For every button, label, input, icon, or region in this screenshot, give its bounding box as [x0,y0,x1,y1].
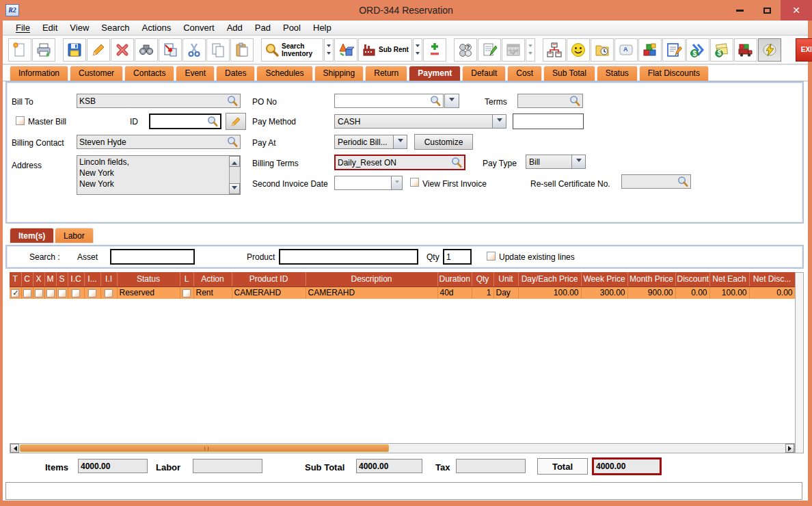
search-icon[interactable] [677,176,688,187]
tab-items[interactable]: Item(s) [10,228,54,243]
pay-method-select[interactable]: CASH [334,114,506,129]
minimize-button[interactable] [726,0,753,21]
tab-status[interactable]: Status [597,66,638,81]
po-no-field[interactable] [334,94,444,108]
search-icon[interactable] [450,157,462,168]
col-week-price[interactable]: Week Price [581,272,627,287]
shipment-button[interactable] [734,38,757,62]
customer-smiley-button[interactable] [567,38,590,62]
horizontal-scroll-thumb[interactable] [20,444,389,452]
id-field[interactable] [149,114,221,129]
scroll-right-button[interactable] [785,444,794,453]
tab-labor[interactable]: Labor [55,228,94,243]
find-button[interactable] [135,38,158,62]
tab-return[interactable]: Return [365,66,407,81]
address-textarea[interactable]: Lincoln fields, New York New York [77,155,241,195]
col-l[interactable]: L [180,272,193,287]
billing-contact-field[interactable]: Steven Hyde [77,135,241,149]
tab-flat-discounts[interactable]: Flat Discounts [639,66,709,81]
tab-shipping[interactable]: Shipping [314,66,364,81]
chevron-down-icon[interactable] [571,155,585,168]
terms-field[interactable] [517,94,583,108]
asset-input[interactable] [110,249,195,265]
delete-button[interactable] [111,38,134,62]
qty-input[interactable]: 1 [443,249,472,265]
scroll-left-button[interactable] [10,444,19,453]
product-input[interactable] [279,249,418,265]
resell-certificate-field[interactable] [621,174,691,189]
col-i-dots[interactable]: I... [84,272,100,287]
maximize-button[interactable] [753,0,781,21]
title-bar[interactable]: R2 ORD-344 Reservation ✕ [0,0,812,21]
col-ic[interactable]: I.C [68,272,84,287]
tab-dates[interactable]: Dates [216,66,255,81]
chevron-down-icon[interactable] [391,176,402,189]
invoice-button[interactable]: $ [710,38,733,62]
export-document-button[interactable] [159,38,182,62]
col-t[interactable]: T [10,272,21,287]
address-scrollbar[interactable] [229,156,240,194]
col-product-id[interactable]: Product ID [232,272,306,287]
search-inventory-dropdown[interactable] [324,38,334,62]
col-x[interactable]: X [33,272,44,287]
scroll-up-button[interactable] [229,156,240,167]
row-x-checkbox[interactable] [35,289,43,297]
col-m[interactable]: M [44,272,56,287]
col-unit[interactable]: Unit [493,272,518,287]
cut-button[interactable] [182,38,206,62]
copy-button[interactable] [206,38,230,62]
view-first-invoice-checkbox[interactable] [410,178,419,187]
tab-sub-total[interactable]: Sub Total [543,66,595,81]
master-bill-checkbox[interactable] [16,116,25,125]
edit-form-button[interactable] [662,38,686,62]
exit-button[interactable]: EXIT [796,38,812,62]
row-c-checkbox[interactable] [23,289,31,297]
search-icon[interactable] [226,136,238,148]
shortcut-key-button[interactable]: A [614,38,638,62]
col-ii[interactable]: I.I [100,272,117,287]
calendar-dropdown[interactable] [526,38,535,62]
notes-button[interactable] [478,38,501,62]
pay-method-extra-field[interactable] [513,114,584,129]
tab-contacts[interactable]: Contacts [124,66,174,81]
new-document-button[interactable] [8,38,31,62]
menu-convert[interactable]: Convert [177,23,221,33]
close-button[interactable]: ✕ [781,0,812,21]
sub-rent-dropdown[interactable] [413,38,422,62]
tab-cost[interactable]: Cost [507,66,542,81]
chevron-down-icon[interactable] [393,135,407,148]
menu-pad[interactable]: Pad [249,23,277,33]
pay-type-select[interactable]: Bill [526,155,586,169]
tab-default[interactable]: Default [462,66,506,81]
row-ii-checkbox[interactable] [105,289,113,297]
chevron-down-icon[interactable] [492,115,506,128]
col-action[interactable]: Action [193,272,232,287]
menu-actions[interactable]: Actions [136,23,178,33]
tab-payment[interactable]: Payment [409,66,461,81]
quick-action-button[interactable] [758,38,781,62]
po-no-dropdown[interactable] [444,94,459,108]
search-icon[interactable] [226,95,238,107]
customize-button[interactable]: Customize [414,134,473,150]
menu-help[interactable]: Help [307,23,338,33]
row-s-checkbox[interactable] [58,289,66,297]
row-m-checkbox[interactable] [46,289,55,297]
print-button[interactable] [32,38,55,62]
col-net-disc[interactable]: Net Disc... [749,272,795,287]
col-day-each-price[interactable]: Day/Each Price [518,272,581,287]
shapes-3d-button[interactable] [334,38,357,62]
col-description[interactable]: Description [306,272,437,287]
col-discount[interactable]: Discount [675,272,709,287]
billing-terms-field[interactable]: Daily_Reset ON [334,155,465,170]
table-row[interactable]: Reserved Rent CAMERAHD CAMERAHD 40d 1 Da… [10,287,795,299]
billing-forward-button[interactable]: $ [686,38,709,62]
col-duration[interactable]: Duration [437,272,472,287]
edit-id-button[interactable] [226,113,246,130]
row-t-checkbox[interactable] [11,289,19,297]
edit-button[interactable] [87,38,110,62]
org-chart-button[interactable] [543,38,566,62]
update-existing-lines-checkbox[interactable] [487,252,496,261]
tab-schedules[interactable]: Schedules [256,66,312,81]
second-invoice-date-field[interactable] [334,176,403,190]
row-ic-checkbox[interactable] [72,289,80,297]
